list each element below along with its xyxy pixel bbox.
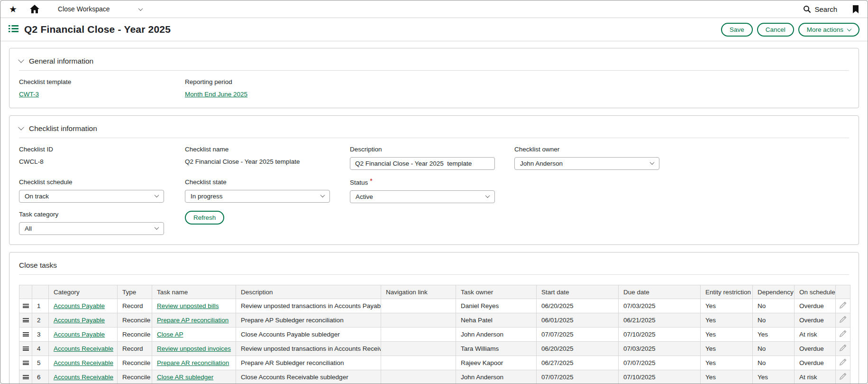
on-schedule-cell: Overdue — [795, 313, 836, 328]
task-owner-cell: Daniel Reyes — [456, 299, 537, 313]
checklist-schedule-label: Checklist schedule — [19, 178, 185, 186]
checklist-owner-select[interactable]: John Anderson — [514, 157, 659, 170]
row-number-cell: 6 — [32, 370, 49, 384]
checklist-template-label: Checklist template — [19, 78, 185, 85]
entity-restriction-cell: Yes — [701, 342, 753, 356]
navigation-link — [381, 370, 456, 384]
task-category-select[interactable]: All — [19, 222, 164, 235]
description-cell: Close Accounts Receivable subledger — [236, 370, 381, 384]
drag-handle-icon[interactable] — [23, 304, 29, 308]
checklist-state-select[interactable]: In progress — [185, 190, 330, 203]
status-select[interactable]: Active — [350, 190, 495, 203]
general-information-panel: General information Checklist template C… — [9, 48, 859, 108]
chevron-down-icon — [485, 193, 490, 198]
checklist-id-label: Checklist ID — [19, 146, 185, 153]
chevron-down-icon — [155, 225, 159, 230]
checklist-owner-value: John Anderson — [520, 160, 563, 167]
checklist-template-link[interactable]: CWT-3 — [19, 91, 39, 98]
category-link[interactable]: Accounts Receivable — [54, 374, 113, 381]
page-header: Q2 Financial Close - Year 2025 Save Canc… — [0, 18, 868, 41]
drag-handle-icon[interactable] — [23, 318, 29, 322]
row-edit-cell — [836, 299, 850, 313]
row-number-cell: 3 — [32, 328, 49, 342]
edit-pencil-icon[interactable] — [839, 346, 847, 353]
category-link[interactable]: Accounts Payable — [54, 331, 105, 338]
more-actions-button-label: More actions — [807, 26, 843, 33]
description-input[interactable] — [350, 157, 495, 170]
task-name-link[interactable]: Close AR subledger — [157, 374, 213, 381]
task-name-link[interactable]: Review unposted bills — [157, 302, 219, 309]
top-navigation-bar: ★ Close Workspace Search — [0, 0, 868, 18]
drag-handle-icon[interactable] — [23, 332, 29, 337]
close-tasks-panel: Close tasks CategoryTypeTask nameDescrip… — [9, 252, 859, 384]
edit-pencil-icon[interactable] — [839, 360, 847, 367]
bookmark-icon[interactable] — [852, 5, 859, 13]
col-header-task-name: Task name — [152, 285, 236, 299]
dependency-cell: No — [753, 313, 795, 328]
checklist-schedule-field: Checklist schedule On track — [19, 178, 185, 203]
task-name-link-cell: Prepare AP reconciliation — [152, 313, 236, 328]
description-label: Description — [350, 146, 514, 153]
status-value: Active — [356, 193, 373, 200]
edit-pencil-icon[interactable] — [839, 318, 847, 325]
checklist-list-icon[interactable] — [9, 25, 18, 35]
search-label: Search — [814, 5, 837, 13]
task-owner-cell: John Anderson — [456, 328, 537, 342]
more-actions-button[interactable]: More actions — [798, 23, 859, 37]
checklist-state-field: Checklist state In progress — [185, 178, 350, 203]
drag-handle-icon[interactable] — [23, 361, 29, 365]
task-name-link[interactable]: Review unposted invoices — [157, 345, 231, 352]
start-date-cell: 07/07/2025 — [537, 370, 619, 384]
drag-handle-icon[interactable] — [23, 375, 29, 379]
type-cell: Record — [118, 342, 152, 356]
edit-pencil-icon[interactable] — [839, 375, 847, 382]
category-link-cell: Accounts Payable — [49, 328, 118, 342]
workspace-selector[interactable]: Close Workspace — [58, 5, 142, 13]
checklist-owner-label: Checklist owner — [514, 146, 849, 153]
search-button[interactable]: Search — [803, 5, 837, 13]
reporting-period-label: Reporting period — [185, 78, 350, 85]
refresh-button-label: Refresh — [193, 214, 216, 221]
navigation-link — [381, 356, 456, 370]
task-name-link[interactable]: Prepare AP reconciliation — [157, 317, 228, 324]
section-title: General information — [29, 57, 93, 66]
search-icon — [803, 5, 811, 13]
start-date-cell: 06/20/2025 — [537, 342, 619, 356]
category-link[interactable]: Accounts Payable — [54, 302, 105, 309]
task-owner-cell: Rajeev Kapoor — [456, 356, 537, 370]
col-header-navigation-link: Navigation link — [381, 285, 456, 299]
task-category-label: Task category — [19, 211, 185, 218]
collapse-section-icon[interactable] — [18, 124, 24, 131]
collapse-section-icon[interactable] — [18, 57, 24, 63]
category-link[interactable]: Accounts Receivable — [54, 359, 113, 366]
drag-handle-icon[interactable] — [23, 347, 29, 351]
favorite-star-icon[interactable]: ★ — [9, 5, 17, 14]
task-name-link-cell: Prepare AR reconciliation — [152, 356, 236, 370]
entity-restriction-cell: Yes — [701, 370, 753, 384]
description-cell: Close Accounts Payable subledger — [236, 328, 381, 342]
save-button[interactable]: Save — [721, 23, 753, 37]
reporting-period-link[interactable]: Month End June 2025 — [185, 91, 247, 98]
home-icon[interactable] — [30, 5, 39, 13]
type-cell: Reconcile — [118, 356, 152, 370]
task-name-link[interactable]: Prepare AR reconciliation — [157, 359, 229, 366]
edit-pencil-icon[interactable] — [839, 303, 847, 310]
on-schedule-cell: At risk — [795, 328, 836, 342]
edit-pencil-icon[interactable] — [839, 332, 847, 339]
refresh-button[interactable]: Refresh — [185, 211, 224, 225]
cancel-button-label: Cancel — [766, 26, 786, 33]
task-name-link-cell: Review unposted invoices — [152, 342, 236, 356]
table-row: 5Accounts ReceivableReconcilePrepare AR … — [19, 356, 850, 370]
checklist-schedule-select[interactable]: On track — [19, 190, 164, 203]
category-link[interactable]: Accounts Payable — [54, 317, 105, 324]
col-header-description: Description — [236, 285, 381, 299]
task-name-link[interactable]: Close AP — [157, 331, 183, 338]
category-link[interactable]: Accounts Receivable — [54, 345, 113, 352]
category-link-cell: Accounts Receivable — [49, 342, 118, 356]
status-label: Status* — [350, 178, 514, 186]
due-date-cell: 07/10/2025 — [619, 370, 701, 384]
description-cell: Review unposted transactions in Accounts… — [236, 342, 381, 356]
task-owner-cell: Neha Patel — [456, 313, 537, 328]
cancel-button[interactable]: Cancel — [757, 23, 794, 37]
row-edit-cell — [836, 370, 850, 384]
